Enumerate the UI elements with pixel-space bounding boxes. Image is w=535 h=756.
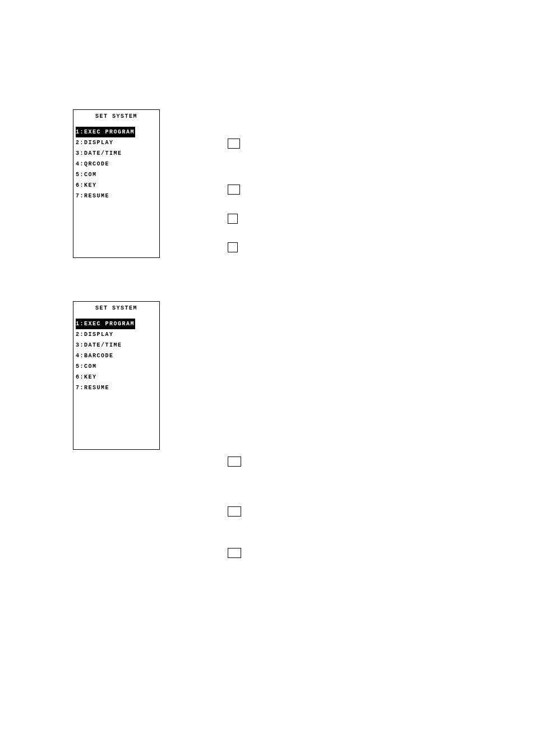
checkbox-icon xyxy=(228,185,240,195)
device-screen-top: SET SYSTEM 1:EXEC PROGRAM 2:DISPLAY 3:DA… xyxy=(73,109,160,258)
menu-item-qrcode[interactable]: 4:QRCODE xyxy=(73,159,159,169)
menu-item-com[interactable]: 5:COM xyxy=(73,169,159,180)
menu-item-key[interactable]: 6:KEY xyxy=(73,372,159,382)
checkbox-icon xyxy=(228,506,241,517)
menu-item-date-time[interactable]: 3:DATE/TIME xyxy=(73,148,159,159)
menu-item-display[interactable]: 2:DISPLAY xyxy=(73,137,159,148)
checkbox-icon xyxy=(228,139,240,149)
menu-item-barcode[interactable]: 4:BARCODE xyxy=(73,351,159,361)
menu-item-com[interactable]: 5:COM xyxy=(73,361,159,372)
menu-item-resume[interactable]: 7:RESUME xyxy=(73,382,159,393)
menu-item-display[interactable]: 2:DISPLAY xyxy=(73,329,159,340)
screen-title: SET SYSTEM xyxy=(73,305,159,318)
checkbox-icon xyxy=(228,242,238,252)
checkbox-icon xyxy=(228,214,238,224)
checkbox-icon xyxy=(228,548,241,558)
menu-item-exec-program[interactable]: 1:EXEC PROGRAM xyxy=(76,319,135,329)
screen-title: SET SYSTEM xyxy=(73,113,159,126)
menu-item-key[interactable]: 6:KEY xyxy=(73,180,159,191)
menu-item-date-time[interactable]: 3:DATE/TIME xyxy=(73,340,159,351)
checkbox-icon xyxy=(228,457,241,467)
device-screen-bottom: SET SYSTEM 1:EXEC PROGRAM 2:DISPLAY 3:DA… xyxy=(73,301,160,450)
menu-item-resume[interactable]: 7:RESUME xyxy=(73,191,159,201)
menu-item-exec-program[interactable]: 1:EXEC PROGRAM xyxy=(76,127,135,137)
